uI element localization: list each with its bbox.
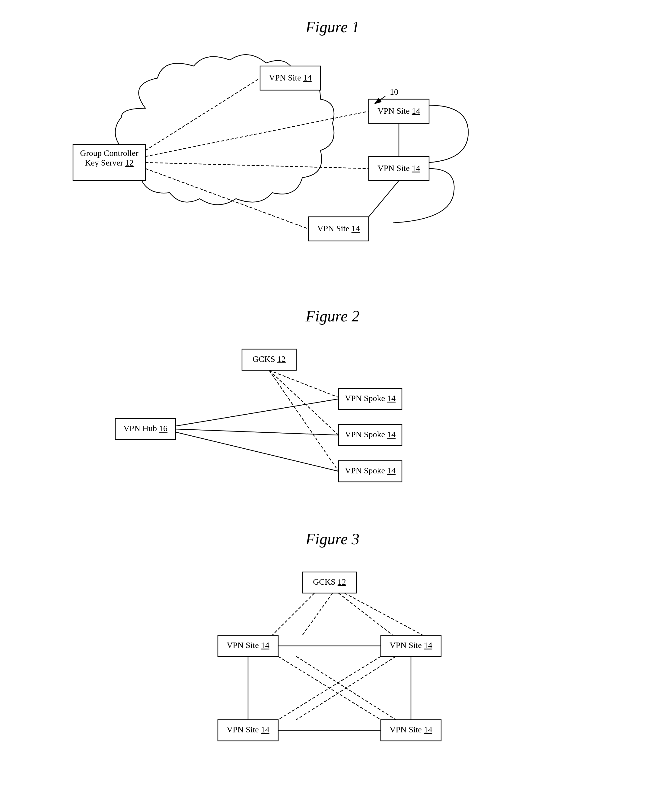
figure-1-diagram: Group Controller Key Server 12 VPN Site … — [24, 48, 641, 283]
ref-10-label: 10 — [390, 87, 398, 96]
line-gcks-spoke3 — [269, 370, 339, 471]
gcks-label-fig3: GCKS 12 — [313, 577, 346, 587]
figure-3-title: Figure 3 — [24, 530, 641, 548]
figure-1-title: Figure 1 — [24, 18, 641, 36]
line-gcks-vpn-right-mid — [146, 163, 369, 168]
vpn-site-br-label: VPN Site 14 — [390, 725, 432, 734]
vpn-site-tr-label: VPN Site 14 — [390, 640, 432, 650]
line-gcks-tl — [272, 593, 314, 635]
line-gcks-spoke2 — [269, 370, 339, 435]
line-gcks-tl2 — [302, 593, 332, 635]
line-vpn-rm-bot — [369, 181, 399, 217]
vpn-right-mid-label: VPN Site 14 — [377, 163, 420, 173]
line-gcks-vpn-bot — [146, 168, 308, 229]
figure-2-title: Figure 2 — [24, 307, 641, 325]
vpn-spoke3-label: VPN Spoke 14 — [345, 466, 396, 475]
vpn-top-label: VPN Site 14 — [269, 73, 312, 82]
vpn-site-bl-label: VPN Site 14 — [227, 725, 269, 734]
figure-3-section: Figure 3 GCKS 12 VPN Site 14 VPN Site 14… — [24, 530, 641, 771]
gcks-label-line2: Key Server 12 — [85, 158, 134, 167]
line-gcks-tr — [339, 593, 393, 635]
figure-3-diagram: GCKS 12 VPN Site 14 VPN Site 14 VPN Site… — [24, 560, 641, 771]
line-gcks-tr2 — [345, 593, 423, 635]
curve-right-top — [429, 105, 468, 163]
gcks-label-fig2: GCKS 12 — [252, 354, 286, 364]
line-gcks-vpn-right-top — [146, 111, 369, 157]
vpn-spoke1-label: VPN Spoke 14 — [345, 394, 396, 403]
gcks-label-line1: Group Controller — [80, 148, 139, 158]
line-hub-spoke2 — [175, 429, 339, 435]
line-hub-spoke3 — [175, 432, 339, 471]
vpn-spoke2-label: VPN Spoke 14 — [345, 430, 396, 439]
figure-2-diagram: GCKS 12 VPN Hub 16 VPN Spoke 14 VPN Spok… — [24, 337, 641, 506]
page: Figure 1 Group Controller Key Server 12 — [0, 0, 665, 812]
vpn-hub-label: VPN Hub 16 — [123, 424, 167, 433]
vpn-right-top-label: VPN Site 14 — [377, 106, 420, 116]
figure-1-section: Figure 1 Group Controller Key Server 12 — [24, 18, 641, 283]
line-gcks-vpn-top — [146, 78, 260, 150]
vpn-bot-label: VPN Site 14 — [317, 224, 360, 233]
line-diag2b — [296, 657, 396, 720]
figure-2-section: Figure 2 GCKS 12 VPN Hub 16 VPN Spoke 14… — [24, 307, 641, 506]
line-hub-spoke1 — [175, 399, 339, 426]
vpn-site-tl-label: VPN Site 14 — [227, 640, 269, 650]
line-gcks-spoke1 — [269, 370, 339, 397]
